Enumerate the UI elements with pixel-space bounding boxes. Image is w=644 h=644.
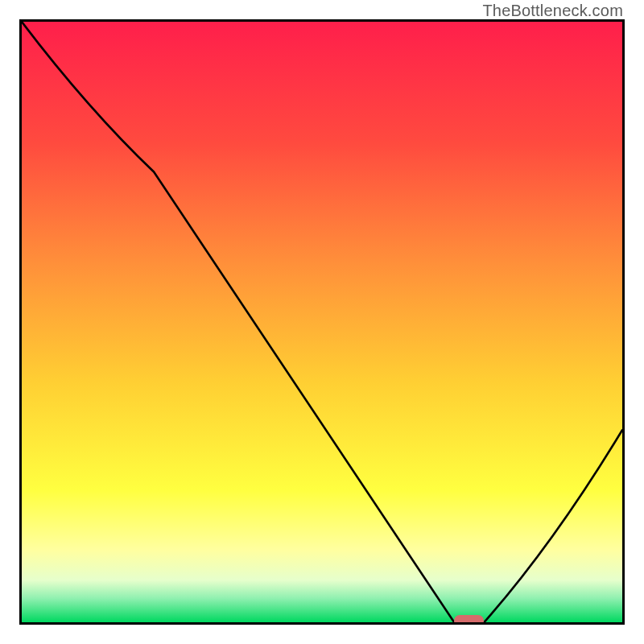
bottleneck-curve — [22, 22, 622, 622]
chart-frame — [19, 19, 625, 625]
watermark-text: TheBottleneck.com — [482, 2, 623, 20]
optimal-zone-marker — [454, 615, 484, 625]
